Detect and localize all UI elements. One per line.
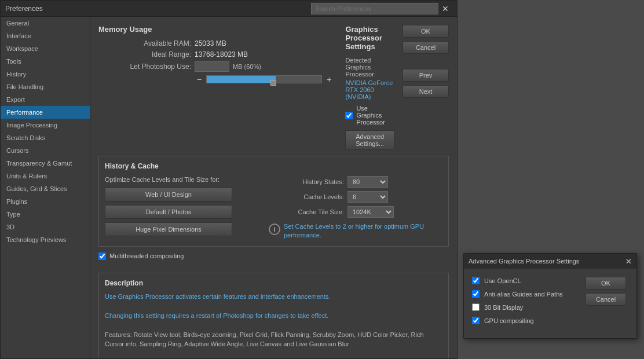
let-ps-use-input[interactable]: 15019	[195, 61, 229, 72]
close-button[interactable]: ✕	[438, 3, 452, 14]
main-content-wrapper: Memory Usage Available RAM: 25033 MB Ide…	[90, 17, 457, 358]
let-ps-use-row: Let Photoshop Use: 15019 MB (60%)	[98, 61, 334, 72]
sidebar-item-units---rulers[interactable]: Units & Rulers	[1, 170, 90, 182]
history-states-select[interactable]: 80	[347, 176, 388, 188]
advanced-settings-button[interactable]: Advanced Settings...	[345, 130, 394, 150]
let-ps-use-label: Let Photoshop Use:	[98, 63, 191, 71]
slider-thumb	[270, 80, 276, 86]
antialias-label: Anti-alias Guides and Paths	[484, 291, 563, 298]
sidebar-item-type[interactable]: Type	[1, 208, 90, 221]
desc-line2: Changing this setting requires a restart…	[105, 312, 328, 319]
sidebar-item-history[interactable]: History	[1, 68, 90, 80]
next-button[interactable]: Next	[402, 85, 449, 98]
memory-slider[interactable]	[206, 75, 322, 83]
ok-button[interactable]: OK	[402, 25, 449, 38]
adv-buttons: OK Cancel	[586, 277, 628, 330]
adv-ok-button[interactable]: OK	[586, 277, 626, 290]
cache-levels-select[interactable]: 6	[347, 191, 388, 203]
opencl-checkbox[interactable]	[472, 277, 480, 284]
window-title: Preferences	[5, 5, 43, 13]
use-gpu-row: Use Graphics Processor	[345, 105, 394, 126]
title-bar: Preferences ✕	[1, 1, 457, 17]
ideal-range-row: Ideal Range: 13768-18023 MB	[98, 50, 334, 58]
description-section: Description Use Graphics Processor activ…	[98, 273, 449, 358]
sidebar-item-plugins[interactable]: Plugins	[1, 195, 90, 208]
bitdisplay-checkbox[interactable]	[472, 303, 480, 311]
gpu-detected-label: Detected Graphics Processor:	[345, 57, 394, 78]
sidebar-item-export[interactable]: Export	[1, 93, 90, 106]
memory-slider-container: − +	[195, 75, 334, 84]
gpu-title: Graphics Processor Settings	[345, 25, 394, 51]
info-icon: i	[269, 224, 280, 235]
sidebar-item-cursors[interactable]: Cursors	[1, 144, 90, 157]
gpu-compositing-row: GPU compositing	[472, 317, 586, 324]
advanced-dialog-title-bar: Advanced Graphics Processor Settings ✕	[464, 254, 636, 269]
top-row: Memory Usage Available RAM: 25033 MB Ide…	[90, 17, 457, 150]
gpu-compositing-checkbox[interactable]	[472, 317, 480, 324]
adv-main-row: Use OpenCL Anti-alias Guides and Paths 3…	[472, 277, 628, 330]
cache-levels-label: Cache Levels:	[269, 193, 344, 200]
sidebar-item-guides--grid---slices[interactable]: Guides, Grid & Slices	[1, 182, 90, 195]
sidebar-item-transparency---gamut[interactable]: Transparency & Gamut	[1, 157, 90, 170]
cache-tile-select[interactable]: 1024K	[347, 206, 394, 218]
cache-tile-label: Cache Tile Size:	[269, 208, 344, 215]
sidebar-item-technology-previews[interactable]: Technology Previews	[1, 233, 90, 246]
cache-tile-row: Cache Tile Size: 1024K	[269, 206, 442, 218]
cancel-button[interactable]: Cancel	[402, 41, 449, 54]
sidebar-item-file-handling[interactable]: File Handling	[1, 80, 90, 93]
ideal-range-label: Ideal Range:	[98, 50, 191, 58]
optimize-label: Optimize Cache Levels and Tile Size for:	[105, 176, 251, 183]
memory-title: Memory Usage	[98, 25, 334, 34]
let-ps-use-suffix: MB (60%)	[233, 63, 261, 70]
search-area	[43, 3, 438, 14]
use-gpu-checkbox[interactable]	[345, 112, 353, 119]
multithreaded-checkbox[interactable]	[98, 252, 106, 260]
adv-cancel-button[interactable]: Cancel	[586, 293, 626, 306]
huge-pixel-btn[interactable]: Huge Pixel Dimensions	[105, 222, 232, 236]
bitdisplay-row: 30 Bit Display	[472, 303, 586, 311]
search-input[interactable]	[311, 3, 438, 14]
slider-plus-icon[interactable]: +	[324, 75, 334, 84]
prev-button[interactable]: Prev	[402, 69, 449, 82]
antialias-row: Anti-alias Guides and Paths	[472, 290, 586, 298]
opencl-label: Use OpenCL	[484, 277, 521, 284]
info-box: i Set Cache Levels to 2 or higher for op…	[269, 222, 442, 240]
advanced-dialog-close[interactable]: ✕	[625, 257, 632, 266]
sidebar-item-interface[interactable]: Interface	[1, 30, 90, 42]
desc-title: Description	[105, 279, 442, 287]
history-cache-section: History & Cache Optimize Cache Levels an…	[98, 156, 449, 247]
antialias-checkbox[interactable]	[472, 290, 480, 298]
available-ram-value: 25033 MB	[195, 39, 226, 47]
gpu-detected-value: NVIDIA GeForce RTX 2060 (NVIDIA)	[345, 79, 394, 100]
default-photos-btn[interactable]: Default / Photos	[105, 205, 232, 219]
opencl-row: Use OpenCL	[472, 277, 586, 284]
bitdisplay-label: 30 Bit Display	[484, 304, 523, 311]
history-states-label: History States:	[269, 178, 344, 185]
web-ui-btn[interactable]: Web / UI Design	[105, 188, 232, 202]
hc-left: Optimize Cache Levels and Tile Size for:…	[105, 176, 251, 240]
multithreaded-label: Multithreaded compositing	[109, 252, 184, 259]
desc-line1: Use Graphics Processor activates certain…	[105, 293, 330, 300]
sidebar-item-scratch-disks[interactable]: Scratch Disks	[1, 131, 90, 144]
sidebar-item-3d[interactable]: 3D	[1, 221, 90, 233]
sidebar-item-image-processing[interactable]: Image Processing	[1, 119, 90, 131]
sidebar-item-performance[interactable]: Performance	[1, 106, 90, 119]
sidebar-item-workspace[interactable]: Workspace	[1, 42, 90, 55]
memory-section: Memory Usage Available RAM: 25033 MB Ide…	[98, 25, 334, 150]
main-window: Preferences ✕ GeneralInterfaceWorkspaceT…	[0, 0, 458, 359]
desc-text: Use Graphics Processor activates certain…	[105, 292, 442, 358]
gpu-section: Graphics Processor Settings Detected Gra…	[345, 25, 394, 150]
advanced-dialog: Advanced Graphics Processor Settings ✕ U…	[463, 253, 637, 339]
use-gpu-label: Use Graphics Processor	[356, 105, 394, 126]
sidebar: GeneralInterfaceWorkspaceToolsHistoryFil…	[1, 17, 90, 358]
slider-fill	[207, 76, 276, 83]
gpu-compositing-label: GPU compositing	[484, 317, 534, 324]
history-states-row: History States: 80	[269, 176, 442, 188]
slider-minus-icon[interactable]: −	[195, 75, 204, 84]
action-buttons: OK Cancel Prev Next	[402, 25, 449, 150]
hc-right: History States: 80 Cache Levels: 6	[269, 176, 442, 240]
sidebar-item-tools[interactable]: Tools	[1, 55, 90, 68]
sidebar-item-general[interactable]: General	[1, 17, 90, 30]
advanced-dialog-content: Use OpenCL Anti-alias Guides and Paths 3…	[464, 269, 636, 338]
desc-line3: Features: Rotate View tool, Birds-eye zo…	[105, 331, 424, 348]
